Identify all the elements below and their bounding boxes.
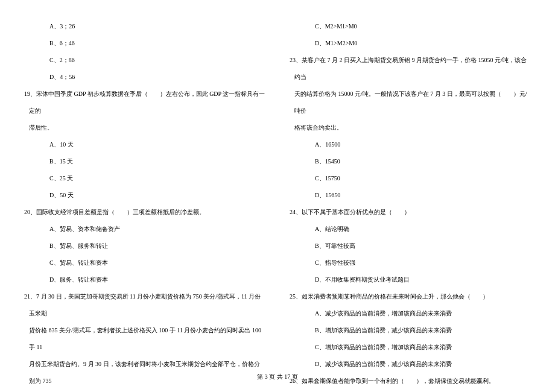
q18-option-b: B、6；46: [24, 35, 265, 52]
q21-cont3: 美分/蒲式耳和 610 美分/蒲式耳。（不计手续费等费用）这交易的价差（ ）美分…: [24, 390, 265, 392]
q20-option-a: A、贸易、资本和储备资产: [24, 221, 265, 238]
q25-option-d: D、减少该商品的当前消费，减少该商品的未来消费: [290, 356, 531, 373]
q23-option-d: D、15650: [290, 187, 531, 204]
q20-option-c: C、贸易、转让和资本: [24, 254, 265, 271]
q23-option-b: B、15450: [290, 153, 531, 170]
left-column: A、3；26 B、6；46 C、2；86 D、4；56 19、宋体中国季度 GD…: [24, 18, 265, 368]
q24-text: 24、以下不属于基本面分析优点的是（ ）: [290, 204, 531, 221]
q26-option-a: A、利息: [290, 390, 531, 392]
q22-option-d: D、M1>M2>M0: [290, 35, 531, 52]
q24-option-c: C、指导性较强: [290, 254, 531, 271]
q18-option-c: C、2；86: [24, 52, 265, 69]
q23-cont1: 天的结算价格为 15000 元/吨。一般情况下该客户在 7 月 3 日，最高可以…: [290, 86, 531, 119]
q23-option-a: A、16500: [290, 136, 531, 153]
q18-option-a: A、3；26: [24, 18, 265, 35]
q20-option-b: B、贸易、服务和转让: [24, 238, 265, 254]
q24-option-a: A、结论明确: [290, 221, 531, 238]
q19-option-c: C、25 天: [24, 170, 265, 187]
page-footer: 第 3 页 共 17 页: [0, 373, 555, 381]
q21-cont1: 货价格 635 美分/蒲式耳，套利者按上述价格买入 100 手 11 月份小麦合…: [24, 322, 265, 356]
q19-option-d: D、50 天: [24, 187, 265, 204]
q18-option-d: D、4；56: [24, 69, 265, 86]
right-column: C、M2>M1>M0 D、M1>M2>M0 23、某客户在 7 月 2 日买入上…: [290, 18, 531, 368]
q19-option-a: A、10 天: [24, 136, 265, 153]
content-area: A、3；26 B、6；46 C、2；86 D、4；56 19、宋体中国季度 GD…: [24, 18, 531, 368]
q22-option-c: C、M2>M1>M0: [290, 18, 531, 35]
q25-option-a: A、减少该商品的当前消费，增加该商品的未来消费: [290, 305, 531, 322]
q24-option-d: D、不用收集资料期货从业考试题目: [290, 271, 531, 288]
q20-text: 20、国际收支经常项目差额是指（ ）三项差额相抵后的净差额。: [24, 204, 265, 221]
q19-option-b: B、15 天: [24, 153, 265, 170]
q19-text: 19、宋体中国季度 GDP 初步核算数据在季后（ ）左右公布，因此 GDP 这一…: [24, 86, 265, 119]
q25-option-c: C、增加该商品的当前消费，增加该商品的未来消费: [290, 339, 531, 356]
q21-text: 21、7 月 30 日，美国芝加哥期货交易所 11 月份小麦期货价格为 750 …: [24, 288, 265, 322]
q25-text: 25、如果消费者预期某种商品的价格在未来时间会上升，那么他会（ ）: [290, 288, 531, 305]
q23-cont2: 格将该合约卖出。: [290, 119, 531, 136]
q24-option-b: B、可靠性较高: [290, 238, 531, 254]
q23-option-c: C、15750: [290, 170, 531, 187]
q19-cont: 滞后性。: [24, 119, 265, 136]
q23-text: 23、某客户在 7 月 2 日买入上海期货交易所铝 9 月期货合约一手，价格 1…: [290, 52, 531, 86]
q25-option-b: B、增加该商品的当前消费，减少该商品的未来消费: [290, 322, 531, 339]
q20-option-d: D、服务、转让和资本: [24, 271, 265, 288]
